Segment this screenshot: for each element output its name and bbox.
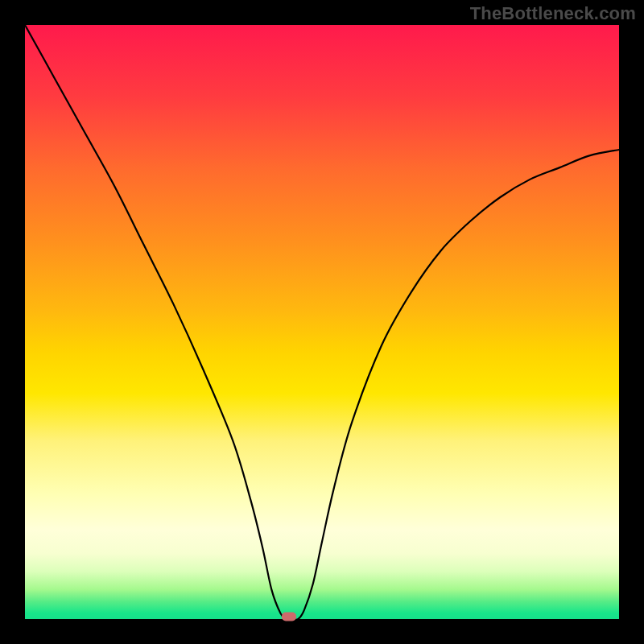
- bottleneck-curve-svg: [25, 25, 619, 619]
- optimal-point-marker: [282, 613, 296, 621]
- watermark-text: TheBottleneck.com: [470, 3, 636, 24]
- bottleneck-curve: [25, 25, 619, 619]
- chart-frame: TheBottleneck.com: [0, 0, 644, 644]
